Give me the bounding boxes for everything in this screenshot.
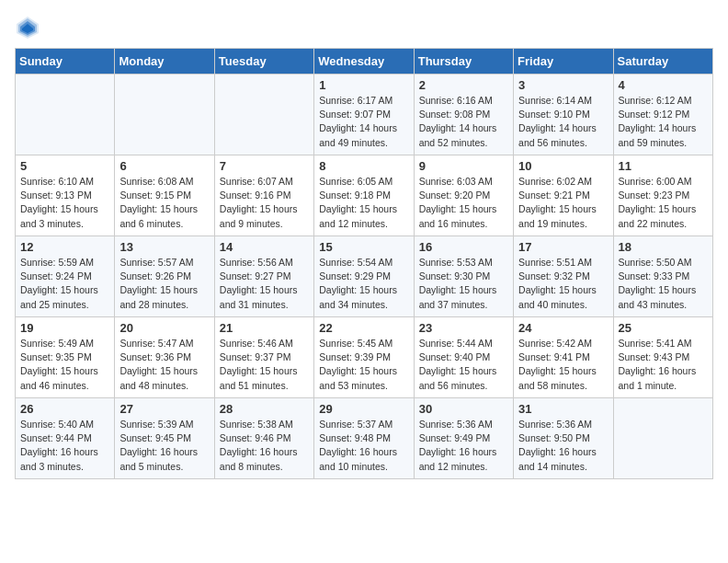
day-info: Sunrise: 5:57 AM Sunset: 9:26 PM Dayligh… — [119, 256, 209, 312]
day-cell: 19Sunrise: 5:49 AM Sunset: 9:35 PM Dayli… — [16, 317, 115, 398]
day-cell: 8Sunrise: 6:05 AM Sunset: 9:18 PM Daylig… — [314, 155, 414, 236]
day-info: Sunrise: 6:10 AM Sunset: 9:13 PM Dayligh… — [20, 175, 109, 231]
day-info: Sunrise: 6:12 AM Sunset: 9:12 PM Dayligh… — [619, 94, 708, 150]
day-number: 17 — [518, 240, 608, 254]
day-number: 10 — [518, 159, 608, 173]
week-row-1: 1Sunrise: 6:17 AM Sunset: 9:07 PM Daylig… — [16, 75, 713, 155]
day-number: 12 — [20, 240, 109, 254]
day-cell: 2Sunrise: 6:16 AM Sunset: 9:08 PM Daylig… — [414, 75, 513, 155]
day-info: Sunrise: 6:17 AM Sunset: 9:07 PM Dayligh… — [319, 94, 408, 150]
day-number: 11 — [619, 159, 708, 173]
day-number: 27 — [119, 402, 209, 416]
day-cell: 10Sunrise: 6:02 AM Sunset: 9:21 PM Dayli… — [514, 155, 613, 236]
day-info: Sunrise: 6:02 AM Sunset: 9:21 PM Dayligh… — [518, 175, 608, 231]
day-cell: 16Sunrise: 5:53 AM Sunset: 9:30 PM Dayli… — [414, 236, 513, 317]
day-cell — [115, 75, 214, 155]
day-cell: 18Sunrise: 5:50 AM Sunset: 9:33 PM Dayli… — [613, 236, 712, 317]
day-info: Sunrise: 6:07 AM Sunset: 9:16 PM Dayligh… — [220, 175, 309, 231]
day-number: 8 — [319, 159, 408, 173]
day-info: Sunrise: 6:08 AM Sunset: 9:15 PM Dayligh… — [119, 175, 209, 231]
day-number: 3 — [518, 78, 608, 92]
week-row-4: 19Sunrise: 5:49 AM Sunset: 9:35 PM Dayli… — [16, 317, 713, 398]
day-info: Sunrise: 5:36 AM Sunset: 9:50 PM Dayligh… — [518, 418, 608, 474]
day-cell: 31Sunrise: 5:36 AM Sunset: 9:50 PM Dayli… — [514, 398, 613, 479]
day-number: 25 — [619, 321, 708, 335]
day-info: Sunrise: 5:47 AM Sunset: 9:36 PM Dayligh… — [119, 337, 209, 393]
header-cell-tuesday: Tuesday — [214, 49, 313, 75]
day-info: Sunrise: 5:39 AM Sunset: 9:45 PM Dayligh… — [119, 418, 209, 474]
day-number: 29 — [319, 402, 408, 416]
day-info: Sunrise: 5:38 AM Sunset: 9:46 PM Dayligh… — [220, 418, 309, 474]
day-number: 22 — [319, 321, 408, 335]
day-number: 26 — [20, 402, 109, 416]
day-info: Sunrise: 6:05 AM Sunset: 9:18 PM Dayligh… — [319, 175, 408, 231]
day-cell: 21Sunrise: 5:46 AM Sunset: 9:37 PM Dayli… — [214, 317, 313, 398]
day-info: Sunrise: 5:36 AM Sunset: 9:49 PM Dayligh… — [419, 418, 508, 474]
day-number: 30 — [419, 402, 508, 416]
day-cell: 28Sunrise: 5:38 AM Sunset: 9:46 PM Dayli… — [214, 398, 313, 479]
day-info: Sunrise: 5:42 AM Sunset: 9:41 PM Dayligh… — [518, 337, 608, 393]
day-info: Sunrise: 5:50 AM Sunset: 9:33 PM Dayligh… — [619, 256, 708, 312]
logo — [15, 15, 46, 40]
day-cell: 22Sunrise: 5:45 AM Sunset: 9:39 PM Dayli… — [314, 317, 414, 398]
day-info: Sunrise: 6:00 AM Sunset: 9:23 PM Dayligh… — [619, 175, 708, 231]
header-cell-sunday: Sunday — [16, 49, 115, 75]
day-number: 1 — [319, 78, 408, 92]
day-cell — [16, 75, 115, 155]
day-cell: 26Sunrise: 5:40 AM Sunset: 9:44 PM Dayli… — [16, 398, 115, 479]
day-number: 21 — [220, 321, 309, 335]
day-cell: 13Sunrise: 5:57 AM Sunset: 9:26 PM Dayli… — [115, 236, 214, 317]
calendar-table: SundayMondayTuesdayWednesdayThursdayFrid… — [15, 48, 713, 479]
day-cell: 24Sunrise: 5:42 AM Sunset: 9:41 PM Dayli… — [514, 317, 613, 398]
week-row-3: 12Sunrise: 5:59 AM Sunset: 9:24 PM Dayli… — [16, 236, 713, 317]
calendar-body: 1Sunrise: 6:17 AM Sunset: 9:07 PM Daylig… — [16, 75, 713, 479]
header-cell-saturday: Saturday — [613, 49, 712, 75]
day-cell: 27Sunrise: 5:39 AM Sunset: 9:45 PM Dayli… — [115, 398, 214, 479]
day-info: Sunrise: 5:46 AM Sunset: 9:37 PM Dayligh… — [220, 337, 309, 393]
day-number: 28 — [220, 402, 309, 416]
day-info: Sunrise: 6:16 AM Sunset: 9:08 PM Dayligh… — [419, 94, 508, 150]
day-info: Sunrise: 5:41 AM Sunset: 9:43 PM Dayligh… — [619, 337, 708, 393]
day-cell: 20Sunrise: 5:47 AM Sunset: 9:36 PM Dayli… — [115, 317, 214, 398]
day-cell: 30Sunrise: 5:36 AM Sunset: 9:49 PM Dayli… — [414, 398, 513, 479]
day-cell — [613, 398, 712, 479]
day-number: 6 — [119, 159, 209, 173]
day-info: Sunrise: 5:53 AM Sunset: 9:30 PM Dayligh… — [419, 256, 508, 312]
day-cell: 5Sunrise: 6:10 AM Sunset: 9:13 PM Daylig… — [16, 155, 115, 236]
day-cell: 25Sunrise: 5:41 AM Sunset: 9:43 PM Dayli… — [613, 317, 712, 398]
day-cell: 9Sunrise: 6:03 AM Sunset: 9:20 PM Daylig… — [414, 155, 513, 236]
day-cell: 14Sunrise: 5:56 AM Sunset: 9:27 PM Dayli… — [214, 236, 313, 317]
day-number: 23 — [419, 321, 508, 335]
day-info: Sunrise: 5:54 AM Sunset: 9:29 PM Dayligh… — [319, 256, 408, 312]
day-info: Sunrise: 5:51 AM Sunset: 9:32 PM Dayligh… — [518, 256, 608, 312]
day-number: 31 — [518, 402, 608, 416]
day-number: 20 — [119, 321, 209, 335]
calendar-header: SundayMondayTuesdayWednesdayThursdayFrid… — [16, 49, 713, 75]
header-cell-thursday: Thursday — [414, 49, 513, 75]
day-cell: 23Sunrise: 5:44 AM Sunset: 9:40 PM Dayli… — [414, 317, 513, 398]
day-cell: 11Sunrise: 6:00 AM Sunset: 9:23 PM Dayli… — [613, 155, 712, 236]
day-number: 7 — [220, 159, 309, 173]
day-info: Sunrise: 5:49 AM Sunset: 9:35 PM Dayligh… — [20, 337, 109, 393]
day-number: 9 — [419, 159, 508, 173]
day-number: 19 — [20, 321, 109, 335]
header-cell-monday: Monday — [115, 49, 214, 75]
day-cell: 4Sunrise: 6:12 AM Sunset: 9:12 PM Daylig… — [613, 75, 712, 155]
day-cell — [214, 75, 313, 155]
page-header — [15, 15, 713, 40]
day-number: 24 — [518, 321, 608, 335]
week-row-2: 5Sunrise: 6:10 AM Sunset: 9:13 PM Daylig… — [16, 155, 713, 236]
day-cell: 6Sunrise: 6:08 AM Sunset: 9:15 PM Daylig… — [115, 155, 214, 236]
logo-icon — [15, 15, 40, 40]
day-cell: 3Sunrise: 6:14 AM Sunset: 9:10 PM Daylig… — [514, 75, 613, 155]
day-number: 13 — [119, 240, 209, 254]
day-info: Sunrise: 5:59 AM Sunset: 9:24 PM Dayligh… — [20, 256, 109, 312]
day-number: 4 — [619, 78, 708, 92]
day-number: 14 — [220, 240, 309, 254]
day-info: Sunrise: 5:45 AM Sunset: 9:39 PM Dayligh… — [319, 337, 408, 393]
header-row: SundayMondayTuesdayWednesdayThursdayFrid… — [16, 49, 713, 75]
day-info: Sunrise: 5:40 AM Sunset: 9:44 PM Dayligh… — [20, 418, 109, 474]
day-number: 2 — [419, 78, 508, 92]
day-info: Sunrise: 6:14 AM Sunset: 9:10 PM Dayligh… — [518, 94, 608, 150]
day-number: 16 — [419, 240, 508, 254]
